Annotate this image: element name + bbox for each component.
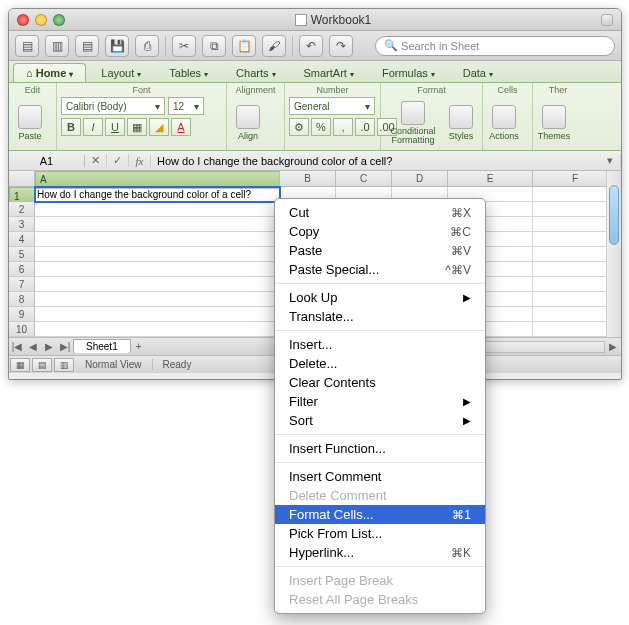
menu-item-format-cells[interactable]: Format Cells...⌘1: [275, 505, 485, 524]
row-header[interactable]: 3: [9, 217, 35, 232]
copy-button[interactable]: ⧉: [202, 35, 226, 57]
redo-button[interactable]: ↷: [329, 35, 353, 57]
column-header[interactable]: B: [280, 171, 336, 187]
cut-button[interactable]: ✂: [172, 35, 196, 57]
minimize-window-button[interactable]: [35, 14, 47, 26]
accept-formula-button[interactable]: ✓: [107, 154, 129, 167]
ribbon-tab-home[interactable]: ⌂ Home▾: [13, 63, 86, 82]
comma-button[interactable]: ,: [333, 118, 353, 136]
cell[interactable]: [35, 247, 280, 262]
prev-sheet-button[interactable]: ◀: [25, 341, 41, 352]
bold-button[interactable]: B: [61, 118, 81, 136]
scrollbar-thumb[interactable]: [609, 185, 619, 245]
fx-button[interactable]: fx: [129, 155, 151, 167]
undo-button[interactable]: ↶: [299, 35, 323, 57]
menu-item-insert-function[interactable]: Insert Function...: [275, 439, 485, 458]
font-color-button[interactable]: A: [171, 118, 191, 136]
actions-button[interactable]: Actions: [487, 100, 521, 146]
first-sheet-button[interactable]: |◀: [9, 341, 25, 352]
open-recent-button[interactable]: ▤: [75, 35, 99, 57]
row-header[interactable]: 2: [9, 202, 35, 217]
formula-input[interactable]: How do I change the background color of …: [151, 155, 599, 167]
row-header[interactable]: 9: [9, 307, 35, 322]
paste-button[interactable]: 📋: [232, 35, 256, 57]
menu-item-insert[interactable]: Insert...: [275, 335, 485, 354]
font-size-select[interactable]: 12▾: [168, 97, 204, 115]
last-sheet-button[interactable]: ▶|: [57, 341, 73, 352]
menu-item-translate[interactable]: Translate...: [275, 307, 485, 326]
menu-item-paste-special[interactable]: Paste Special...^⌘V: [275, 260, 485, 279]
vertical-scrollbar[interactable]: [606, 171, 621, 337]
add-sheet-button[interactable]: +: [131, 341, 147, 352]
percent-button[interactable]: %: [311, 118, 331, 136]
align-button[interactable]: Align: [231, 100, 265, 146]
next-sheet-button[interactable]: ▶: [41, 341, 57, 352]
page-break-view-button[interactable]: ▥: [54, 358, 74, 372]
ribbon-tab-formulas[interactable]: Formulas▾: [369, 63, 448, 82]
format-painter-button[interactable]: 🖌: [262, 35, 286, 57]
menu-item-pick-from-list[interactable]: Pick From List...: [275, 524, 485, 543]
column-header[interactable]: D: [392, 171, 448, 187]
cell[interactable]: [35, 217, 280, 232]
cell[interactable]: [35, 262, 280, 277]
menu-item-paste[interactable]: Paste⌘V: [275, 241, 485, 260]
font-family-select[interactable]: Calibri (Body)▾: [61, 97, 165, 115]
menu-item-insert-comment[interactable]: Insert Comment: [275, 467, 485, 486]
cell[interactable]: [35, 322, 280, 337]
page-layout-view-button[interactable]: ▤: [32, 358, 52, 372]
fill-color-button[interactable]: ◢: [149, 118, 169, 136]
cell[interactable]: [35, 307, 280, 322]
row-header[interactable]: 6: [9, 262, 35, 277]
row-header[interactable]: 7: [9, 277, 35, 292]
name-box[interactable]: A1: [9, 155, 85, 167]
menu-item-cut[interactable]: Cut⌘X: [275, 203, 485, 222]
normal-view-button[interactable]: ▦: [10, 358, 30, 372]
ribbon-tab-smartart[interactable]: SmartArt▾: [291, 63, 367, 82]
menu-item-clear-contents[interactable]: Clear Contents: [275, 373, 485, 392]
ribbon-tab-data[interactable]: Data▾: [450, 63, 506, 82]
toolbar-toggle-button[interactable]: [601, 14, 613, 26]
horizontal-scrollbar[interactable]: [485, 341, 605, 353]
print-button[interactable]: ⎙: [135, 35, 159, 57]
cancel-formula-button[interactable]: ✕: [85, 154, 107, 167]
column-header[interactable]: C: [336, 171, 392, 187]
column-header[interactable]: E: [448, 171, 533, 187]
underline-button[interactable]: U: [105, 118, 125, 136]
styles-button[interactable]: Styles: [444, 100, 478, 146]
menu-item-look-up[interactable]: Look Up▶: [275, 288, 485, 307]
ribbon-tab-layout[interactable]: Layout▾: [88, 63, 154, 82]
cell[interactable]: [35, 277, 280, 292]
new-button[interactable]: ▤: [15, 35, 39, 57]
row-header[interactable]: 4: [9, 232, 35, 247]
select-all-corner[interactable]: [9, 171, 35, 187]
conditional-formatting-button[interactable]: Conditional Formatting: [385, 100, 441, 146]
sheet-tab[interactable]: Sheet1: [73, 339, 131, 353]
menu-item-filter[interactable]: Filter▶: [275, 392, 485, 411]
cell[interactable]: [35, 232, 280, 247]
row-header[interactable]: 8: [9, 292, 35, 307]
expand-formula-button[interactable]: ▾: [599, 154, 621, 167]
open-button[interactable]: ▥: [45, 35, 69, 57]
border-button[interactable]: ▦: [127, 118, 147, 136]
hscroll-right[interactable]: ▶: [605, 341, 621, 352]
ribbon-tab-tables[interactable]: Tables▾: [156, 63, 221, 82]
themes-button[interactable]: Themes: [537, 100, 571, 146]
number-format-select[interactable]: General▾: [289, 97, 375, 115]
menu-item-copy[interactable]: Copy⌘C: [275, 222, 485, 241]
close-window-button[interactable]: [17, 14, 29, 26]
menu-item-delete[interactable]: Delete...: [275, 354, 485, 373]
currency-button[interactable]: ⚙: [289, 118, 309, 136]
italic-button[interactable]: I: [83, 118, 103, 136]
row-header[interactable]: 10: [9, 322, 35, 337]
cell[interactable]: [35, 202, 280, 217]
cell[interactable]: How do I change the background color of …: [35, 187, 280, 202]
ribbon-tab-charts[interactable]: Charts▾: [223, 63, 288, 82]
row-header[interactable]: 5: [9, 247, 35, 262]
increase-decimal-button[interactable]: .0: [355, 118, 375, 136]
search-input[interactable]: 🔍 Search in Sheet: [375, 36, 615, 56]
zoom-window-button[interactable]: [53, 14, 65, 26]
save-button[interactable]: 💾: [105, 35, 129, 57]
paste-big-button[interactable]: Paste: [13, 100, 47, 146]
menu-item-hyperlink[interactable]: Hyperlink...⌘K: [275, 543, 485, 562]
menu-item-sort[interactable]: Sort▶: [275, 411, 485, 430]
